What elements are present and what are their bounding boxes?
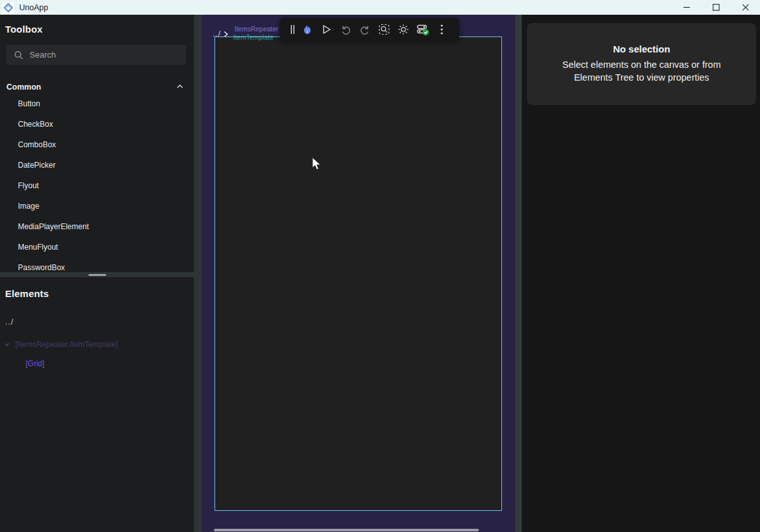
- hot-design-flame-icon[interactable]: [298, 18, 317, 41]
- chevron-right-icon: [223, 31, 229, 38]
- toolbox-search[interactable]: [6, 45, 186, 65]
- tree-item-label: [ItemsRepeater.ItemTemplate]: [15, 340, 118, 349]
- elements-tree-grid[interactable]: [Grid]: [26, 359, 44, 368]
- no-selection-title: No selection: [527, 44, 756, 54]
- canvas-toolbar: [280, 18, 459, 41]
- more-options-button[interactable]: [432, 18, 451, 41]
- close-button[interactable]: [731, 0, 760, 15]
- elements-up-level[interactable]: ../: [5, 318, 13, 326]
- minimize-button[interactable]: [672, 0, 701, 15]
- title-bar: UnoApp: [0, 0, 760, 15]
- toolbox-item-mediaplayerelement[interactable]: MediaPlayerElement: [0, 216, 194, 237]
- properties-panel: No selection Select elements on the canv…: [522, 15, 760, 532]
- toolbox-item-checkbox[interactable]: CheckBox: [0, 114, 194, 134]
- elements-heading: Elements: [5, 288, 49, 299]
- toolbox-item-combobox[interactable]: ComboBox: [0, 134, 194, 155]
- section-label: Common: [6, 83, 41, 92]
- window-title: UnoApp: [19, 3, 48, 12]
- toolbox-item-list: Button CheckBox ComboBox DatePicker Flyo…: [0, 93, 194, 278]
- left-panel: Toolbox Common Button CheckBox ComboBox …: [0, 15, 194, 532]
- elements-panel: Elements ../ [ItemsRepeater.ItemTemplate…: [0, 277, 194, 532]
- up-level-label: ../: [213, 29, 221, 38]
- chevron-up-icon[interactable]: [176, 83, 184, 90]
- splitter-handle[interactable]: [88, 274, 106, 276]
- search-input[interactable]: [29, 50, 181, 60]
- toolbox-item-button[interactable]: Button: [0, 93, 194, 114]
- settings-applied-icon[interactable]: [413, 18, 432, 41]
- toolbox-item-image[interactable]: Image: [0, 196, 194, 216]
- play-button[interactable]: [317, 18, 336, 41]
- uno-logo-icon: [3, 2, 14, 13]
- chevron-down-icon[interactable]: [4, 341, 10, 348]
- app-window: UnoApp Toolbox Common: [0, 0, 760, 532]
- design-canvas[interactable]: ../ ItemsRepeater ItemTemplate: [202, 15, 515, 532]
- canvas-up-level[interactable]: ../: [213, 29, 229, 38]
- redo-button[interactable]: [355, 18, 375, 41]
- canvas-vertical-scrollbar[interactable]: [515, 15, 522, 532]
- panel-splitter[interactable]: [0, 272, 194, 277]
- maximize-button[interactable]: [701, 0, 731, 15]
- toolbox-heading: Toolbox: [5, 24, 43, 35]
- canvas-horizontal-scrollbar[interactable]: [214, 529, 479, 531]
- toolbar-drag-handle-icon[interactable]: [287, 18, 298, 41]
- left-splitter-rail[interactable]: [194, 15, 202, 532]
- search-icon: [14, 51, 23, 60]
- itemtemplate-element[interactable]: [214, 36, 502, 511]
- elements-tree-root[interactable]: [ItemsRepeater.ItemTemplate]: [0, 337, 194, 351]
- toolbox-item-datepicker[interactable]: DatePicker: [0, 155, 194, 175]
- undo-button[interactable]: [336, 18, 355, 41]
- toolbox-item-flyout[interactable]: Flyout: [0, 175, 194, 196]
- inspect-zoom-icon[interactable]: [375, 18, 394, 41]
- no-selection-message: Select elements on the canvas or from El…: [556, 58, 727, 85]
- selection-label-itemtemplate[interactable]: ItemTemplate: [233, 33, 273, 41]
- no-selection-card: No selection Select elements on the canv…: [527, 23, 756, 105]
- breadcrumb-itemsrepeater[interactable]: ItemsRepeater: [234, 25, 279, 33]
- toolbox-item-menuflyout[interactable]: MenuFlyout: [0, 237, 194, 257]
- theme-sun-icon[interactable]: [394, 18, 413, 41]
